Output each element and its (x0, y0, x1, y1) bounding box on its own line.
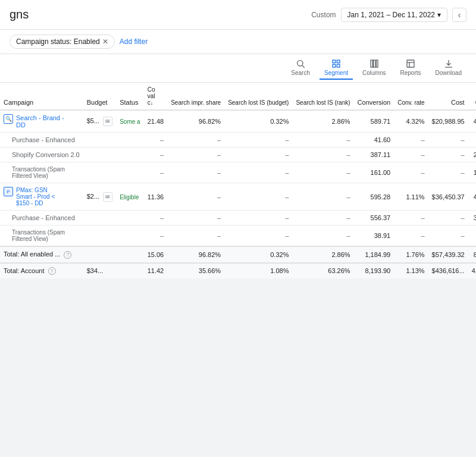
segment-toolbar-button[interactable]: Segment (320, 57, 353, 80)
col-co-val: Covalc ↓ (144, 83, 168, 110)
pmax-campaign-icon: P (4, 187, 13, 196)
table-row: Purchase - Enhanced – – – – 556.37 – – 3… (0, 211, 476, 226)
svg-rect-2 (333, 60, 336, 63)
lost-rank-cell: 2.86% (292, 110, 353, 133)
table-row: Shopify Conversion 2.0 – – – – 387.11 – … (0, 148, 476, 162)
conversion-cell: 589.71 (354, 110, 394, 133)
status-filter-tag[interactable]: Campaign status: Enabled ✕ (10, 35, 115, 49)
table-row: Transactions (SpamFiltered View) – – – –… (0, 226, 476, 247)
download-icon (444, 59, 453, 68)
status-badge: Some a (120, 118, 140, 125)
search-label: Search (291, 70, 310, 76)
status-cell: Eligible (116, 183, 143, 211)
search-campaign-icon: 🔍 (4, 114, 13, 124)
filter-bar: Campaign status: Enabled ✕ Add filter (0, 30, 476, 54)
svg-point-0 (298, 61, 303, 66)
col-status: Status (116, 83, 143, 110)
close-icon: ✕ (102, 37, 108, 46)
toolbar: Search Segment Columns Reports Download (0, 54, 476, 83)
child-campaign-cell: Transactions (SpamFiltered View) (0, 162, 83, 183)
status-filter-label: Campaign status: Enabled (16, 37, 100, 46)
segment-icon (331, 59, 341, 68)
total-account-row: Total: Account ? $34... 11.42 35.66% 1.0… (0, 263, 476, 279)
col-lost-rank: Search lost IS (rank) (292, 83, 353, 110)
columns-toolbar-button[interactable]: Columns (358, 57, 390, 80)
svg-rect-4 (333, 64, 336, 67)
conv-rate-cell: 4.32% (394, 110, 428, 133)
col-search-impr: Search impr. share (167, 83, 224, 110)
date-range-button[interactable]: Jan 1, 2021 – Dec 11, 2022 ▾ (341, 8, 447, 22)
search-icon (296, 59, 305, 68)
col-conv-rate: Conv. rate (394, 83, 428, 110)
download-label: Download (436, 70, 462, 76)
sort-icon: ↓ (151, 100, 154, 106)
total-account-label-cell: Total: Account ? (0, 263, 83, 279)
search-impr-cell: 96.82% (167, 110, 224, 133)
date-range-text: Jan 1, 2021 – Dec 11, 2022 (347, 11, 435, 19)
col-conversion: Conversion (354, 83, 394, 110)
campaigns-table: Campaign Budget Status Covalc ↓ Search i… (0, 83, 476, 278)
child-campaign-cell: Purchase - Enhanced (0, 133, 83, 148)
nav-back-button[interactable]: ‹ (452, 8, 466, 22)
child-campaign-cell: Transactions (SpamFiltered View) (0, 226, 83, 247)
co-val-cell: 21.48 (144, 110, 168, 133)
svg-rect-5 (337, 64, 340, 67)
col-lost-budget: Search lost IS (budget) (224, 83, 292, 110)
email-icon: ✉ (103, 117, 112, 126)
status-badge: Eligible (120, 194, 139, 201)
svg-rect-8 (376, 60, 378, 67)
total-all-enabled-row: Total: All enabled ... ? 15.06 96.82% 0.… (0, 246, 476, 263)
table-header-row: Campaign Budget Status Covalc ↓ Search i… (0, 83, 476, 110)
bottom-gray-area (0, 278, 476, 457)
add-filter-button[interactable]: Add filter (120, 37, 148, 46)
child-status-cell (116, 133, 143, 148)
lost-budget-cell: 0.32% (224, 110, 292, 133)
campaign-name-link[interactable]: Search - Brand -DD (16, 114, 64, 129)
download-toolbar-button[interactable]: Download (431, 57, 466, 80)
search-toolbar-button[interactable]: Search (286, 57, 315, 80)
svg-rect-3 (337, 60, 340, 63)
campaign-name-cell: P PMax: GSNSmart - Prod <$150 - DD (0, 183, 83, 211)
campaign-name-link[interactable]: PMax: GSNSmart - Prod <$150 - DD (16, 187, 55, 206)
conv-value-cell: 450,871.51 (468, 110, 476, 133)
child-campaign-cell: Shopify Conversion 2.0 (0, 148, 83, 162)
svg-rect-9 (407, 60, 414, 67)
budget-cell: $2... ✉ (83, 183, 116, 211)
campaign-name-cell: 🔍 Search - Brand -DD (0, 110, 83, 133)
reports-label: Reports (400, 70, 421, 76)
col-campaign: Campaign (0, 83, 83, 110)
reports-icon (406, 59, 415, 68)
svg-line-1 (302, 65, 305, 68)
top-bar-right: Custom Jan 1, 2021 – Dec 11, 2022 ▾ ‹ (311, 8, 466, 22)
col-budget: Budget (83, 83, 116, 110)
status-cell: Some a (116, 110, 143, 133)
total-label-cell: Total: All enabled ... ? (0, 246, 83, 263)
table-row: Purchase - Enhanced – – – – 41.60 – – 34… (0, 133, 476, 148)
svg-rect-7 (373, 60, 375, 67)
svg-rect-6 (371, 60, 372, 67)
email-icon: ✉ (103, 192, 112, 202)
columns-icon (369, 59, 379, 68)
segment-label: Segment (324, 70, 348, 76)
chevron-down-icon: ▾ (437, 11, 441, 19)
campaigns-table-container: Campaign Budget Status Covalc ↓ Search i… (0, 83, 476, 278)
page-title: gns (10, 8, 29, 21)
table-row: P PMax: GSNSmart - Prod <$150 - DD $2...… (0, 183, 476, 211)
date-label: Custom (311, 11, 336, 19)
table-row: 🔍 Search - Brand -DD $5... ✉ Some a 21.4… (0, 110, 476, 133)
child-budget-cell (83, 133, 116, 148)
table-row: Transactions (SpamFiltered View) – – – –… (0, 162, 476, 183)
child-campaign-cell: Purchase - Enhanced (0, 211, 83, 226)
help-icon: ? (64, 251, 71, 259)
top-bar: gns Custom Jan 1, 2021 – Dec 11, 2022 ▾ … (0, 0, 476, 30)
col-cost: Cost (428, 83, 468, 110)
budget-cell: $5... ✉ (83, 110, 116, 133)
columns-label: Columns (362, 70, 386, 76)
col-conv-value: Conv. value (468, 83, 476, 110)
cost-cell: $20,988.95 (428, 110, 468, 133)
help-icon: ? (48, 267, 56, 275)
reports-toolbar-button[interactable]: Reports (396, 57, 426, 80)
